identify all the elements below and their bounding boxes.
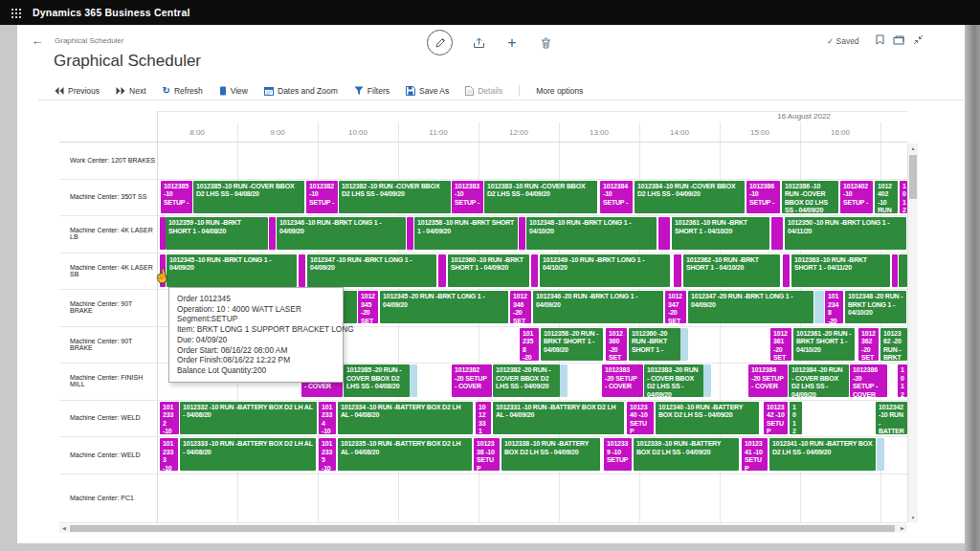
- gantt-bar-run[interactable]: 1012348 -10 RUN -BRKT LONG 1 - 04/10/20: [526, 217, 657, 250]
- share-button[interactable]: [471, 35, 486, 51]
- gantt-bar-run[interactable]: 1012385 -20 RUN - COVER BBOX D2 LHS SS -…: [344, 364, 410, 397]
- horizontal-scrollbar[interactable]: ◀ ▶: [59, 524, 907, 533]
- gantt-bar-setup[interactable]: 1012358 -20 SETUP: [520, 328, 539, 361]
- gantt-bar-run[interactable]: 1012349 -10 RUN -BRKT LONG 1 - 04/10/20: [540, 254, 670, 287]
- gantt-bar-run[interactable]: 1012360 -20 RUN -BRKT SHORT 1 -: [629, 328, 680, 361]
- gantt-bar-run[interactable]: 1012350 -10 RUN -BRKT LONG 1 - 04/11/20: [785, 217, 906, 250]
- action-details[interactable]: Details: [465, 86, 502, 96]
- gantt-bar-run[interactable]: 1012340 -10 RUN -BATTERY BOX D2 LH SS - …: [656, 402, 759, 434]
- popout-button[interactable]: [893, 35, 904, 45]
- gantt-bar-setup[interactable]: 1012331 -10 SETUP: [476, 402, 491, 434]
- gantt-bar-run[interactable]: 1012347 -20 RUN -BRKT LONG 1 - 04/09/20: [688, 291, 813, 323]
- gantt-bar-setup[interactable]: 1012342 -10 SETUP: [764, 402, 788, 434]
- gantt-bar-setup[interactable]: 1012386 -10 SETUP -: [746, 181, 780, 213]
- gantt-bar-run[interactable]: 1012331 -10 RUN -BATTERY BOX D2 LH AL - …: [493, 402, 624, 434]
- gantt-bar-run[interactable]: 1012341 -10 RUN -BATTERY BOX D2 LH SS - …: [769, 438, 876, 471]
- gantt-bar-run[interactable]: 1012345 -20 RUN -BRKT LONG 1 - 04/09/20: [380, 291, 508, 323]
- gantt-bar-run[interactable]: 1012348 -20 RUN -BRKT LONG 1 - 04/10/20: [845, 291, 906, 323]
- action-more-options[interactable]: More options: [536, 86, 583, 96]
- gantt-bar-setup[interactable]: 1012403 -10 SETUP -: [900, 181, 907, 213]
- gantt-bar-run[interactable]: 1012363 -10 RUN -BRKT SHORT 1 - 04/11/20: [791, 254, 890, 287]
- gantt-bar-run[interactable]: 1012342 -10 RUN: [790, 402, 802, 434]
- action-filters[interactable]: Filters: [354, 86, 390, 96]
- gantt-bar-run[interactable]: [899, 254, 907, 287]
- gantt-bar-setup[interactable]: [783, 254, 790, 287]
- gantt-bar-setup[interactable]: [531, 254, 538, 287]
- gantt-bar-run[interactable]: 1012385 -10 RUN -COVER BBOX D2 LHS SS - …: [193, 181, 304, 213]
- gantt-bar-run[interactable]: 1012332 -10 RUN -BATTERY BOX D2 LH AL - …: [180, 402, 317, 434]
- vertical-scrollbar[interactable]: ▲ ▼: [907, 143, 918, 522]
- gantt-bar-run[interactable]: 1012383 -20 RUN - COVER BBOX D2 LHS SS -…: [644, 364, 703, 397]
- gantt-bar-run[interactable]: 1012361 -10 RUN -BRKT SHORT 1 - 04/10/20: [672, 217, 769, 250]
- gantt-bar-setup[interactable]: [269, 217, 276, 250]
- gantt-bar-wait[interactable]: [703, 364, 711, 397]
- gantt-bar-wait[interactable]: [410, 364, 417, 397]
- scroll-left-arrow[interactable]: ◀: [59, 524, 69, 533]
- gantt-bar-setup[interactable]: [892, 254, 898, 287]
- gantt-bar-setup[interactable]: 1012332 -10 SETUP: [160, 402, 179, 434]
- gantt-bar-run[interactable]: 1012339 -10 RUN -BATTERY BOX D2 LH SS - …: [634, 438, 739, 471]
- gantt-bar-run[interactable]: 1012335 -10 RUN -BATTERY BOX D2 LH AL - …: [338, 438, 472, 471]
- gantt-bar-setup[interactable]: 1012334 -10 SETUP: [319, 402, 336, 434]
- gantt-bar-run[interactable]: 1012359 -10 RUN -BRKT SHORT 1 - 04/08/20: [166, 217, 268, 250]
- gantt-bar-setup[interactable]: 1012383 -20 SETUP - COVER: [602, 364, 643, 397]
- gantt-bar-setup[interactable]: [658, 217, 670, 250]
- action-refresh[interactable]: ↻Refresh: [163, 86, 203, 96]
- gantt-bar-setup[interactable]: 1012361 -20 SETUP: [770, 328, 791, 361]
- gantt-bar-setup[interactable]: 1012384 -20 SETUP - COVER: [748, 364, 788, 397]
- collapse-button[interactable]: [913, 34, 924, 45]
- gantt-bar-setup[interactable]: [674, 254, 681, 287]
- gantt-bar-setup[interactable]: [407, 217, 413, 250]
- gantt-bar-setup[interactable]: 1012345 -20 SETUP: [358, 291, 378, 323]
- gantt-bar-setup[interactable]: 1012338 -10 SETUP: [474, 438, 500, 471]
- scroll-up-arrow[interactable]: ▲: [908, 143, 918, 153]
- gantt-bar-setup[interactable]: 1012339 -10 SETUP: [604, 438, 632, 471]
- gantt-bar-setup[interactable]: 1012385 -10 SETUP -: [161, 181, 192, 213]
- gantt-bar-run[interactable]: 1012360 -10 RUN -BRKT SHORT 1 - 04/09/20: [448, 254, 529, 287]
- app-launcher-icon[interactable]: [11, 8, 21, 18]
- gantt-bar-run[interactable]: 1012346 -20 RUN -BRKT LONG 1 - 04/09/20: [533, 291, 663, 323]
- gantt-bar-setup[interactable]: [299, 254, 305, 287]
- gantt-bar-run[interactable]: 1012346 -10 RUN -BRKT LONG 1 - 04/09/20: [277, 217, 406, 250]
- action-next[interactable]: Next: [116, 86, 145, 96]
- gantt-bar-setup[interactable]: [519, 217, 525, 250]
- gantt-bar-setup[interactable]: [438, 254, 446, 287]
- gantt-bar-run[interactable]: 1012347 -10 RUN -BRKT LONG 1 - 04/09/20: [307, 254, 436, 287]
- gantt-bar-setup[interactable]: 1012340 -10 SETUP: [627, 402, 654, 434]
- gantt-bar-setup[interactable]: 1012348 -20 SETUP: [825, 291, 843, 323]
- gantt-bar-run[interactable]: 1012383 -10 RUN -COVER BBOX D2 LHS SS - …: [484, 181, 597, 213]
- gantt-bar-setup[interactable]: [771, 217, 783, 250]
- gantt-bar-run[interactable]: 1012358 -20 RUN - BRKT SHORT 1 - 04/09/2…: [541, 328, 603, 361]
- gantt-bar-setup[interactable]: 1012360 -20 SETUP: [606, 328, 627, 361]
- gantt-bar-run[interactable]: 1012386 -10 RUN -COVER BBOX D2 LHS SS - …: [782, 181, 838, 213]
- gantt-bar-run[interactable]: 1012382 -10 RUN -COVER BBOX D2 LHS SS - …: [339, 181, 451, 213]
- breadcrumb[interactable]: Graphical Scheduler: [55, 36, 123, 45]
- gantt-bar-setup[interactable]: 1012382 -10 SETUP -: [306, 181, 338, 213]
- gantt-bar-run[interactable]: 1012334 -10 RUN -BATTERY BOX D2 LH AL - …: [338, 402, 473, 434]
- horizontal-scroll-thumb[interactable]: [70, 525, 895, 532]
- gantt-bar-setup[interactable]: 1012402 -20 SETUP - COVER: [898, 364, 907, 397]
- gantt-bar-run[interactable]: 1012342 -10 RUN -BATTERY BOX D2 L: [876, 402, 907, 434]
- edit-pencil-button[interactable]: [427, 30, 453, 55]
- add-button[interactable]: +: [504, 35, 520, 51]
- gantt-bar-run[interactable]: 1012333 -10 RUN -BATTERY BOX D2 LH AL - …: [180, 438, 316, 471]
- gantt-bar-setup[interactable]: 1012335 -10 SETUP: [319, 438, 336, 471]
- bookmark-button[interactable]: [876, 34, 884, 45]
- action-dates-and-zoom[interactable]: Dates and Zoom: [264, 86, 338, 96]
- action-previous[interactable]: Previous: [55, 86, 100, 96]
- gantt-bar-wait[interactable]: [877, 438, 884, 471]
- back-button[interactable]: ←: [28, 32, 47, 51]
- gantt-bar-run[interactable]: 1012362 -10 RUN -BRKT SHORT 1 - 04/10/20: [683, 254, 780, 287]
- gantt-bar-setup[interactable]: 1012383 -10 SETUP -: [452, 181, 483, 213]
- gantt-bar-run[interactable]: 1012402 -10 RUN -: [875, 181, 898, 213]
- delete-button[interactable]: [538, 35, 553, 51]
- gantt-bar-run[interactable]: 1012361 -20 RUN - BRKT SHORT 1 - 04/10/2…: [793, 328, 855, 361]
- gantt-bar-wait[interactable]: [680, 328, 688, 361]
- gantt-bar-run[interactable]: 1012384 -20 RUN - COVER BBOX D2 LHS SS -…: [789, 364, 849, 397]
- gantt-bar-run[interactable]: 1012362 -20 RUN -BRKT SHORT 1 - 04/10/20: [880, 328, 907, 361]
- action-view[interactable]: View: [219, 86, 248, 96]
- gantt-bar-setup[interactable]: 1012386 -20 SETUP - COVER: [850, 364, 887, 397]
- gantt-bar-setup[interactable]: 1012333 -10 SETUP: [160, 438, 178, 471]
- gantt-bar-run[interactable]: 1012384 -10 RUN -COVER BBOX D2 LHS SS - …: [635, 181, 745, 213]
- gantt-bar-setup[interactable]: 1012382 -20 SETUP - COVER: [452, 364, 492, 397]
